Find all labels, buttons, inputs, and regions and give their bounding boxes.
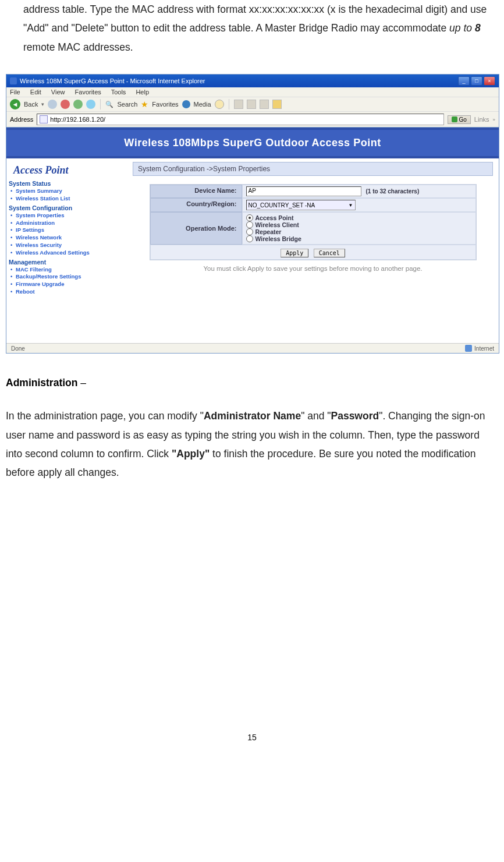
admin-paragraph: In the administration page, you can modi… bbox=[6, 407, 498, 482]
product-banner: Wireless 108Mbps SuperG Outdoor Access P… bbox=[6, 128, 499, 158]
sidebar-item-wnetwork[interactable]: Wireless Network bbox=[9, 234, 122, 242]
apply-button[interactable]: Apply bbox=[281, 249, 308, 257]
maximize-button[interactable]: □ bbox=[471, 76, 482, 86]
links-label[interactable]: Links bbox=[474, 116, 489, 123]
menu-file[interactable]: File bbox=[10, 89, 20, 96]
intro-upto: up to bbox=[449, 22, 475, 34]
status-internet: Internet bbox=[474, 345, 494, 352]
sidebar-item-firmware[interactable]: Firmware Upgrade bbox=[9, 281, 122, 288]
apply-note: You must click Apply to save your settin… bbox=[133, 264, 493, 273]
screenshot-container: Wireless 108M SuperG Access Point - Micr… bbox=[6, 74, 499, 354]
sidebar-item-wsecurity[interactable]: Wireless Security bbox=[9, 242, 122, 249]
device-name-input[interactable]: AP bbox=[246, 186, 361, 196]
favorites-label[interactable]: Favorites bbox=[152, 101, 178, 108]
back-label[interactable]: Back bbox=[24, 101, 38, 108]
sidebar-item-wadvanced[interactable]: Wireless Advanced Settings bbox=[9, 249, 122, 257]
radio-icon bbox=[246, 228, 253, 235]
ie-toolbar: ◄ Back ▾ 🔍 Search ★ Favorites Media bbox=[6, 97, 499, 112]
favorites-icon[interactable]: ★ bbox=[141, 100, 148, 109]
sidebar-item-macfilter[interactable]: MAC Filtering bbox=[9, 266, 122, 274]
radio-icon bbox=[246, 235, 253, 242]
stop-icon[interactable] bbox=[61, 100, 70, 109]
admin-c: " and " bbox=[301, 410, 331, 422]
close-button[interactable]: × bbox=[484, 76, 495, 86]
go-label: Go bbox=[459, 116, 467, 123]
edit-icon[interactable] bbox=[260, 100, 269, 109]
chevron-down-icon: ▼ bbox=[349, 203, 353, 208]
opmode-label: Operation Mode: bbox=[150, 212, 242, 245]
ie-icon bbox=[10, 77, 17, 84]
radio-icon bbox=[246, 214, 253, 221]
admin-apply-bold: "Apply" bbox=[172, 448, 210, 460]
sidebar-item-ipsettings[interactable]: IP Settings bbox=[9, 227, 122, 234]
sidebar-cat-config: System Configuration bbox=[9, 204, 122, 211]
mail-icon[interactable] bbox=[234, 100, 243, 109]
opmode-ap-label: Access Point bbox=[255, 214, 294, 221]
cancel-button[interactable]: Cancel bbox=[314, 249, 345, 257]
opmode-bridge-label: Wireless Bridge bbox=[255, 235, 301, 242]
sidebar-cat-status: System Status bbox=[9, 180, 122, 187]
country-select[interactable]: NO_COUNTRY_SET -NA ▼ bbox=[246, 200, 356, 210]
opmode-client[interactable]: Wireless Client bbox=[246, 221, 472, 228]
links-chevron-icon[interactable]: » bbox=[493, 117, 495, 122]
toolbar-separator-2 bbox=[229, 99, 229, 109]
print-icon[interactable] bbox=[247, 100, 256, 109]
sidebar-item-summary[interactable]: System Summary bbox=[9, 188, 122, 195]
media-label[interactable]: Media bbox=[194, 101, 211, 108]
heading-dash: – bbox=[77, 377, 86, 388]
page-number: 15 bbox=[6, 733, 498, 742]
form-area: Device Name: AP (1 to 32 characters) Cou… bbox=[150, 184, 477, 260]
section-heading: Administration – bbox=[6, 377, 498, 389]
menu-edit[interactable]: Edit bbox=[30, 89, 41, 96]
search-label[interactable]: Search bbox=[117, 101, 137, 108]
intro-eight: 8 bbox=[475, 22, 481, 34]
sidebar-item-stationlist[interactable]: Wireless Station List bbox=[9, 195, 122, 203]
go-button[interactable]: Go bbox=[448, 115, 471, 124]
sidebar: Access Point System Status System Summar… bbox=[6, 158, 127, 343]
go-arrow-icon bbox=[452, 116, 457, 122]
url-text: http://192.168.1.20/ bbox=[50, 116, 105, 123]
main-panel: System Configuration ->System Properties… bbox=[127, 158, 499, 343]
back-icon[interactable]: ◄ bbox=[10, 99, 20, 109]
opmode-ap[interactable]: Access Point bbox=[246, 214, 472, 221]
opmode-repeater-label: Repeater bbox=[255, 228, 282, 235]
internet-zone-icon bbox=[465, 345, 472, 352]
opmode-bridge[interactable]: Wireless Bridge bbox=[246, 235, 472, 242]
sidebar-item-reboot[interactable]: Reboot bbox=[9, 288, 122, 296]
page-content: Wireless 108Mbps SuperG Outdoor Access P… bbox=[6, 128, 499, 343]
address-input[interactable]: http://192.168.1.20/ bbox=[37, 114, 443, 125]
menu-view[interactable]: View bbox=[51, 89, 65, 96]
country-label: Country/Region: bbox=[150, 198, 242, 212]
window-title: Wireless 108M SuperG Access Point - Micr… bbox=[20, 77, 205, 84]
minimize-button[interactable]: _ bbox=[458, 76, 470, 86]
menu-favorites[interactable]: Favorites bbox=[75, 89, 101, 96]
country-value: NO_COUNTRY_SET -NA bbox=[249, 202, 315, 209]
forward-icon[interactable] bbox=[48, 100, 57, 109]
media-icon[interactable] bbox=[182, 100, 190, 108]
sidebar-title: Access Point bbox=[13, 164, 122, 176]
discuss-icon[interactable] bbox=[272, 100, 282, 109]
history-icon[interactable] bbox=[215, 100, 224, 109]
opmode-repeater[interactable]: Repeater bbox=[246, 228, 472, 235]
intro-text-d: remote MAC addresses. bbox=[23, 41, 133, 53]
breadcrumb: System Configuration ->System Properties bbox=[133, 162, 493, 176]
home-icon[interactable] bbox=[86, 100, 95, 109]
admin-name-bold: Administrator Name bbox=[204, 410, 301, 422]
refresh-icon[interactable] bbox=[73, 100, 83, 109]
radio-icon bbox=[246, 221, 253, 228]
sidebar-item-sysprops[interactable]: System Properties bbox=[9, 212, 122, 220]
search-icon[interactable]: 🔍 bbox=[105, 101, 113, 108]
menu-tools[interactable]: Tools bbox=[111, 89, 126, 96]
device-name-label: Device Name: bbox=[150, 185, 242, 198]
device-name-hint: (1 to 32 characters) bbox=[366, 188, 420, 195]
menu-help[interactable]: Help bbox=[136, 89, 149, 96]
sidebar-item-backup[interactable]: Backup/Restore Settings bbox=[9, 273, 122, 281]
admin-password-bold: Password bbox=[331, 410, 379, 422]
intro-paragraph: address table. Type the MAC address with… bbox=[23, 0, 498, 56]
ie-menubar: File Edit View Favorites Tools Help bbox=[6, 87, 499, 97]
ie-addressbar: Address http://192.168.1.20/ Go Links » bbox=[6, 112, 499, 128]
opmode-client-label: Wireless Client bbox=[255, 221, 299, 228]
sidebar-item-administration[interactable]: Administration bbox=[9, 220, 122, 227]
back-dropdown-icon[interactable]: ▾ bbox=[41, 101, 44, 107]
sidebar-cat-management: Management bbox=[9, 259, 122, 266]
